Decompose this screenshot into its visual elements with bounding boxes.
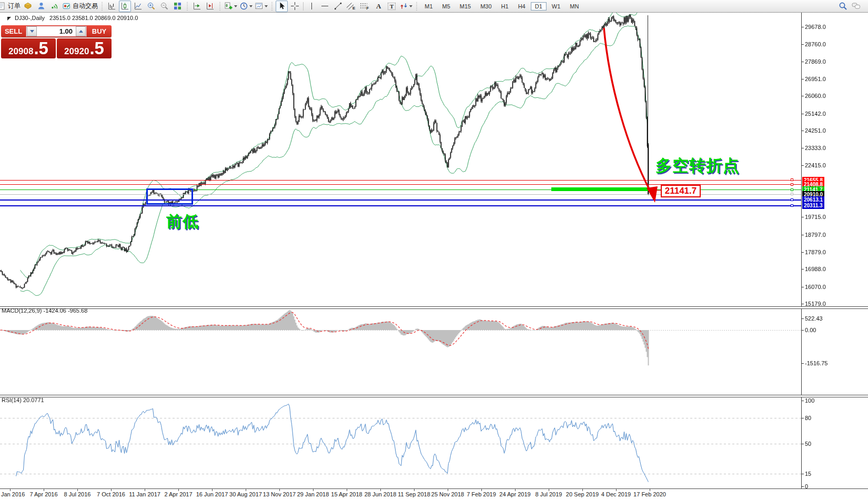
channel-tool-button[interactable]: E: [345, 1, 358, 12]
text-tool-button[interactable]: A: [372, 1, 385, 12]
rsi-axis-tick-label: 15: [805, 471, 811, 477]
chart-shift-button[interactable]: [204, 1, 216, 12]
timeframe-button-m15[interactable]: M15: [456, 2, 475, 11]
symbol-period-label: DJ30-,Daily: [15, 15, 45, 21]
volume-increase-button[interactable]: [76, 26, 86, 36]
toolbar-separator: [303, 2, 304, 11]
auto-scroll-icon: [193, 2, 201, 11]
tile-windows-icon: [173, 2, 182, 11]
volume-decrease-button[interactable]: [27, 26, 37, 36]
candlestick-icon: [120, 2, 129, 11]
timeframe-button-m30[interactable]: M30: [476, 2, 496, 11]
previous-low-text[interactable]: 前低: [166, 211, 199, 233]
price-level-handle[interactable]: [791, 188, 793, 191]
search-button[interactable]: [837, 1, 849, 12]
price-axis-tick-label: 26060.0: [805, 93, 826, 99]
price-level-handle[interactable]: [791, 193, 793, 195]
previous-low-rectangle[interactable]: [146, 188, 193, 205]
triangle-up-icon: [79, 30, 83, 33]
timeframe-button-m5[interactable]: M5: [438, 2, 455, 11]
sell-price-tile[interactable]: 20908 .5: [1, 38, 56, 58]
zoom-in-button[interactable]: [145, 1, 157, 12]
volume-input[interactable]: [37, 27, 75, 36]
toolbar-grip: [271, 2, 273, 11]
horizontal-line-icon: [320, 2, 329, 11]
chevron-down-icon: [409, 5, 412, 7]
ohlc-values: 23515.0 23581.0 20869.0 20910.0: [49, 15, 138, 21]
time-axis[interactable]: Jan 20167 Apr 20168 Jul 20167 Oct 201611…: [0, 488, 868, 499]
pane-separator[interactable]: [0, 395, 868, 397]
price-level-handle[interactable]: [791, 178, 793, 181]
price-level-handle[interactable]: [791, 198, 793, 201]
crosshair-tool-button[interactable]: [289, 1, 301, 12]
pane-separator[interactable]: [0, 306, 868, 309]
profile-button[interactable]: [35, 1, 47, 12]
timeframe-toolbar: M1M5M15M30H1H4D1W1MN: [420, 2, 583, 11]
channel-letter: E: [352, 6, 355, 11]
price-axis-tick-label: 25142.0: [805, 111, 826, 117]
person-icon: [37, 2, 46, 11]
one-click-trading-widget: SELL BUY 20908 .5 20920 .5: [1, 25, 112, 58]
timeframe-button-h1[interactable]: H1: [497, 2, 513, 11]
autotrading-button[interactable]: 自动交易: [62, 1, 98, 12]
timeframe-button-m1[interactable]: M1: [420, 2, 437, 11]
new-order-icon: [0, 2, 6, 11]
price-chart-canvas[interactable]: [0, 12, 868, 488]
text-label-tool-button[interactable]: T: [386, 1, 398, 12]
zoom-out-icon: [160, 2, 169, 11]
arrows-tool-button[interactable]: [399, 1, 413, 12]
new-order-label: 订单: [8, 2, 21, 11]
chat-button[interactable]: [850, 1, 862, 12]
price-axis-tick-label: 26951.0: [805, 76, 826, 82]
fibonacci-tool-button[interactable]: F: [359, 1, 371, 12]
new-order-button[interactable]: 订单: [0, 1, 21, 12]
crosshair-icon: [290, 2, 299, 11]
line-chart-icon: [134, 2, 143, 11]
cursor-tool-button[interactable]: [276, 1, 288, 12]
chart-window: DJ30-,Daily 23515.0 23581.0 20869.0 2091…: [0, 12, 868, 499]
toolbar-right-group: [836, 1, 863, 12]
new-chart-icon: [224, 2, 233, 11]
tile-windows-button[interactable]: [171, 1, 184, 12]
price-axis-tick-label: 19715.0: [805, 214, 826, 220]
new-chart-button[interactable]: [224, 1, 238, 12]
period-button[interactable]: [239, 1, 253, 12]
macd-indicator-label: MACD(12,26,9) -1424.06 -965.68: [2, 307, 87, 314]
timeframe-button-d1[interactable]: D1: [531, 2, 547, 11]
price-axis-tick-label: 23333.0: [805, 145, 826, 151]
timeframe-button-w1[interactable]: W1: [548, 2, 565, 11]
timeframe-button-h4[interactable]: H4: [514, 2, 530, 11]
toolbar: 订单 自动交易: [0, 0, 868, 13]
candlestick-mode-button[interactable]: [119, 1, 131, 12]
signals-button[interactable]: [48, 1, 60, 12]
auto-scroll-button[interactable]: [191, 1, 203, 12]
timeframe-button-mn[interactable]: MN: [566, 2, 583, 11]
price-axis-tick-label: 27869.0: [805, 58, 826, 65]
price-level-handle[interactable]: [791, 183, 793, 186]
bar-chart-mode-button[interactable]: [106, 1, 118, 12]
zoom-out-button[interactable]: [158, 1, 170, 12]
price-axis-tick-label: 16070.0: [805, 284, 826, 290]
trendline-tool-button[interactable]: [332, 1, 344, 12]
rsi-axis-tick-label: 50: [805, 441, 811, 447]
sell-button[interactable]: SELL: [1, 27, 26, 35]
rsi-axis-tick-label: 80: [805, 415, 811, 421]
macd-axis-tick-label: -1516.75: [805, 360, 827, 366]
autotrading-label: 自动交易: [73, 2, 98, 11]
buy-button[interactable]: BUY: [87, 27, 112, 35]
price-level-axis-label: 20311.3: [802, 202, 824, 209]
cursor-icon: [277, 2, 286, 11]
market-book-button[interactable]: [22, 1, 34, 12]
toolbar-grip: [186, 2, 188, 11]
horizontal-line-tool-button[interactable]: [319, 1, 331, 12]
price-level-handle[interactable]: [791, 204, 793, 207]
line-chart-mode-button[interactable]: [132, 1, 144, 12]
toolbar-grip: [416, 2, 418, 11]
sell-off-arrow[interactable]: [579, 12, 684, 223]
vertical-line-tool-button[interactable]: [306, 1, 318, 12]
fibonacci-letter: F: [366, 6, 369, 11]
templates-button[interactable]: [254, 1, 268, 12]
price-axis-tick-label: 24251.0: [805, 127, 826, 134]
buy-price-tile[interactable]: 20920 .5: [57, 38, 112, 58]
text-label-icon: T: [388, 3, 396, 10]
